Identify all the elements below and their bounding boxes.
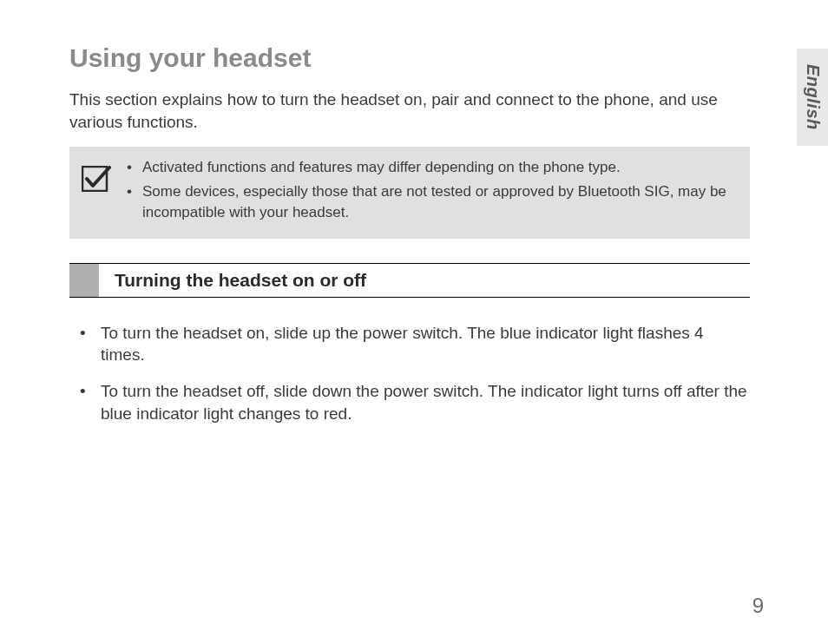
checkmark-icon: [82, 166, 111, 195]
subsection-header: Turning the headset on or off: [69, 263, 750, 298]
list-item: To turn the headset on, slide up the pow…: [73, 322, 750, 366]
note-item: Some devices, especially those that are …: [127, 181, 738, 223]
note-box: Activated functions and features may dif…: [69, 147, 750, 238]
page-title: Using your headset: [69, 43, 750, 73]
page-number: 9: [752, 594, 764, 618]
intro-paragraph: This section explains how to turn the he…: [69, 89, 750, 133]
body-list: To turn the headset on, slide up the pow…: [69, 322, 750, 425]
subsection-marker: [69, 264, 99, 297]
subsection-title: Turning the headset on or off: [99, 264, 366, 297]
language-tab: English: [797, 49, 828, 146]
language-label: English: [803, 64, 823, 130]
page-content: Using your headset This section explains…: [0, 0, 828, 464]
list-item: To turn the headset off, slide down the …: [73, 380, 750, 424]
note-list: Activated functions and features may dif…: [127, 157, 738, 226]
note-item: Activated functions and features may dif…: [127, 157, 738, 178]
